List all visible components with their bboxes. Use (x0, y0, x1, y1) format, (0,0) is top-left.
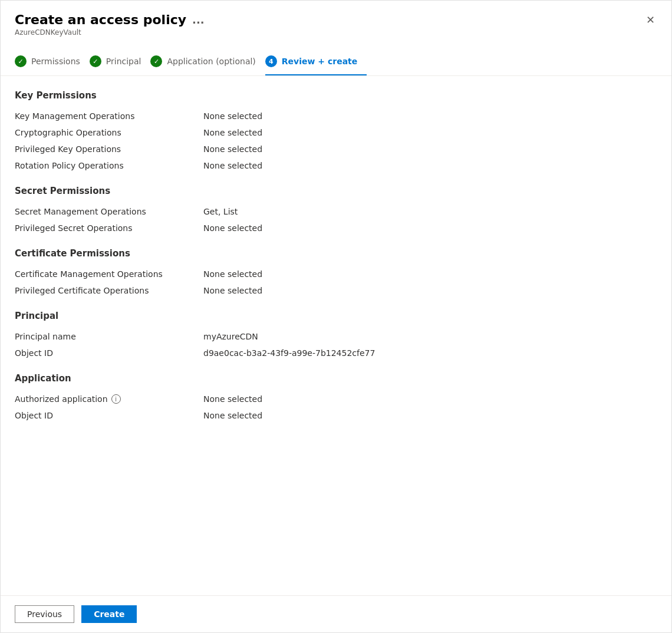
more-options-icon[interactable]: ... (192, 14, 205, 26)
step-permissions-label: Permissions (31, 57, 80, 66)
secret-mgmt-ops-label: Secret Management Operations (15, 207, 203, 216)
cert-mgmt-ops-label: Certificate Management Operations (15, 269, 203, 279)
rotation-policy-ops-value: None selected (203, 161, 262, 170)
step-application-check-icon (150, 55, 162, 67)
rotation-policy-ops-label: Rotation Policy Operations (15, 161, 203, 170)
certificate-permissions-section: Certificate Permissions Certificate Mana… (15, 248, 657, 299)
key-mgmt-ops-row: Key Management Operations None selected (15, 108, 657, 124)
step-principal-label: Principal (106, 57, 141, 66)
privileged-secret-ops-value: None selected (203, 223, 262, 233)
privileged-cert-ops-value: None selected (203, 286, 262, 295)
authorized-app-info-icon[interactable]: i (111, 394, 121, 404)
secret-permissions-section: Secret Permissions Secret Management Ope… (15, 186, 657, 236)
dialog-subtitle: AzureCDNKeyVault (15, 28, 205, 37)
privileged-key-ops-row: Privileged Key Operations None selected (15, 141, 657, 157)
privileged-cert-ops-row: Privileged Certificate Operations None s… (15, 282, 657, 299)
step-review-number-icon: 4 (265, 55, 277, 67)
principal-object-id-row: Object ID d9ae0cac-b3a2-43f9-a99e-7b1245… (15, 345, 657, 361)
step-application[interactable]: Application (optional) (150, 48, 265, 75)
secret-permissions-title: Secret Permissions (15, 186, 657, 196)
cert-mgmt-ops-row: Certificate Management Operations None s… (15, 266, 657, 282)
step-review-label: Review + create (282, 57, 357, 66)
rotation-policy-ops-row: Rotation Policy Operations None selected (15, 157, 657, 174)
title-text: Create an access policy (15, 12, 186, 27)
steps-bar: Permissions Principal Application (optio… (1, 37, 671, 76)
previous-button[interactable]: Previous (15, 605, 74, 623)
cert-mgmt-ops-value: None selected (203, 269, 262, 279)
dialog-footer: Previous Create (1, 595, 671, 632)
step-principal[interactable]: Principal (90, 48, 151, 75)
crypto-ops-label: Cryptographic Operations (15, 128, 203, 137)
step-permissions-check-icon (15, 55, 27, 67)
privileged-key-ops-value: None selected (203, 144, 262, 154)
principal-name-label: Principal name (15, 332, 203, 341)
step-principal-check-icon (90, 55, 101, 67)
application-title: Application (15, 373, 657, 384)
crypto-ops-row: Cryptographic Operations None selected (15, 124, 657, 141)
step-permissions[interactable]: Permissions (15, 48, 90, 75)
key-permissions-title: Key Permissions (15, 90, 657, 101)
principal-name-value: myAzureCDN (203, 332, 258, 341)
principal-section: Principal Principal name myAzureCDN Obje… (15, 311, 657, 361)
privileged-cert-ops-label: Privileged Certificate Operations (15, 286, 203, 295)
main-content: Key Permissions Key Management Operation… (1, 76, 671, 595)
app-object-id-row: Object ID None selected (15, 407, 657, 424)
principal-name-row: Principal name myAzureCDN (15, 328, 657, 345)
key-mgmt-ops-value: None selected (203, 111, 262, 121)
certificate-permissions-title: Certificate Permissions (15, 248, 657, 259)
step-review[interactable]: 4 Review + create (265, 48, 367, 75)
application-section: Application Authorized application i Non… (15, 373, 657, 424)
dialog-title: Create an access policy ... (15, 12, 205, 27)
privileged-key-ops-label: Privileged Key Operations (15, 144, 203, 154)
close-button[interactable]: ✕ (644, 12, 657, 28)
create-access-policy-dialog: Create an access policy ... AzureCDNKeyV… (0, 0, 672, 633)
step-application-label: Application (optional) (167, 57, 255, 66)
privileged-secret-ops-row: Privileged Secret Operations None select… (15, 220, 657, 236)
dialog-header: Create an access policy ... AzureCDNKeyV… (1, 1, 671, 37)
app-object-id-label: Object ID (15, 411, 203, 420)
authorized-app-label: Authorized application i (15, 394, 203, 404)
secret-mgmt-ops-value: Get, List (203, 207, 238, 216)
principal-object-id-value: d9ae0cac-b3a2-43f9-a99e-7b12452cfe77 (203, 348, 375, 358)
key-mgmt-ops-label: Key Management Operations (15, 111, 203, 121)
secret-mgmt-ops-row: Secret Management Operations Get, List (15, 203, 657, 220)
key-permissions-section: Key Permissions Key Management Operation… (15, 90, 657, 174)
title-area: Create an access policy ... AzureCDNKeyV… (15, 12, 205, 37)
crypto-ops-value: None selected (203, 128, 262, 137)
app-object-id-value: None selected (203, 411, 262, 420)
principal-object-id-label: Object ID (15, 348, 203, 358)
principal-title: Principal (15, 311, 657, 321)
privileged-secret-ops-label: Privileged Secret Operations (15, 223, 203, 233)
create-button[interactable]: Create (81, 605, 137, 623)
authorized-app-value: None selected (203, 394, 262, 404)
authorized-app-row: Authorized application i None selected (15, 391, 657, 407)
